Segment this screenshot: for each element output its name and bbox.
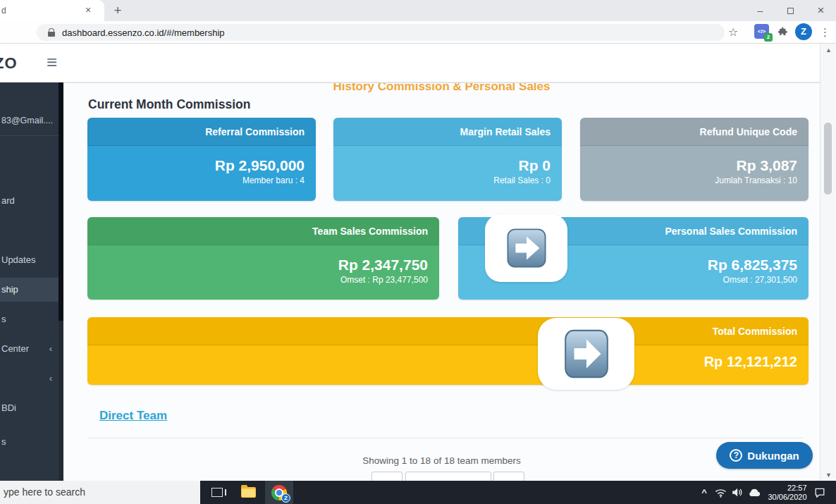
support-button[interactable]: ? Dukungan xyxy=(716,442,813,469)
profile-avatar[interactable]: Z xyxy=(795,23,812,40)
tray-expand-button[interactable]: ^ xyxy=(696,481,712,504)
card-referral-commission: Referral Commission Rp 2,950,000 Member … xyxy=(87,118,316,201)
arrow-right-emoji-sticker xyxy=(485,214,567,282)
scroll-down-icon[interactable]: ▼ xyxy=(820,472,836,479)
onedrive-cloud-icon[interactable] xyxy=(745,481,763,504)
extensions-puzzle-icon[interactable] xyxy=(777,25,789,38)
card-refund-unique-code: Refund Unique Code Rp 3,087 Jumlah Trans… xyxy=(580,118,809,201)
question-mark-icon: ? xyxy=(730,449,742,462)
card-title: Referral Commission xyxy=(87,118,316,146)
card-team-sales-commission: Team Sales Commission Rp 2,347,750 Omset… xyxy=(87,217,439,300)
arrow-right-emoji-sticker xyxy=(538,318,634,390)
window-controls: – × xyxy=(745,0,836,21)
action-center-icon[interactable] xyxy=(809,481,830,504)
browser-tab[interactable]: d × xyxy=(0,0,104,21)
card-subtext: Jumlah Transaksi : 10 xyxy=(580,176,797,185)
chevron-left-icon: ‹ xyxy=(49,367,52,390)
pagination-previous-button[interactable] xyxy=(371,472,402,481)
extension-badge: 2 xyxy=(764,33,773,42)
sidebar-scrollbar[interactable] xyxy=(59,82,63,481)
card-margin-retail-sales: Margin Retail Sales Rp 0 Retail Sales : … xyxy=(333,118,562,201)
card-body: Rp 2,950,000 Member baru : 4 xyxy=(87,146,316,201)
taskbar: ype here to search Z ^ 22:57 30/06/2020 xyxy=(0,481,836,504)
sidebar-item-center[interactable]: Center ‹ xyxy=(0,338,59,360)
clock-date: 30/06/2020 xyxy=(768,493,806,502)
card-value: Rp 2,950,000 xyxy=(87,157,305,174)
sidebar-item-dashboard[interactable]: ard xyxy=(0,190,59,212)
card-title: Margin Retail Sales xyxy=(333,118,562,146)
sidebar-item-4[interactable]: s xyxy=(0,308,59,331)
divider xyxy=(87,438,803,438)
card-total-commission: Total Commission Rp 12,121,212 xyxy=(87,317,809,385)
chevron-left-icon: ‹ xyxy=(49,338,52,360)
page-title: History Commission & Personal Sales xyxy=(63,82,820,94)
card-body: Rp 12,121,212 xyxy=(87,345,809,385)
minimize-button[interactable]: – xyxy=(745,0,775,21)
sidebar-scrollbar-thumb[interactable] xyxy=(59,82,63,321)
sidebar-item-6[interactable]: ‹ xyxy=(0,367,59,390)
card-subtext: Retail Sales : 0 xyxy=(333,176,551,185)
taskbar-clock[interactable]: 22:57 30/06/2020 xyxy=(766,481,809,504)
hamburger-menu-icon[interactable]: ≡ xyxy=(47,51,57,73)
restore-icon xyxy=(787,8,794,14)
card-subtext: Member baru : 4 xyxy=(87,176,305,185)
card-title: Team Sales Commission xyxy=(87,217,439,245)
card-subtext: Omset : Rp 23,477,500 xyxy=(87,275,428,285)
sidebar-item-updates[interactable]: Updates xyxy=(0,249,59,271)
browser-tabstrip: d × + – × xyxy=(0,0,836,21)
card-body: Rp 3,087 Jumlah Transaksi : 10 xyxy=(580,146,809,201)
app-header: ZO ≡ xyxy=(0,44,836,82)
url-text: dashboard.essenzo.co.id/#/membership xyxy=(62,27,225,38)
wifi-icon[interactable] xyxy=(713,481,729,504)
page-scrollbar[interactable]: ▲ ▼ xyxy=(820,44,836,481)
new-tab-button[interactable]: + xyxy=(109,2,127,20)
browser-menu-icon[interactable]: ⋮ xyxy=(820,24,830,40)
sidebar-item-bdi[interactable]: BDi xyxy=(0,397,59,419)
tab-close-icon[interactable]: × xyxy=(82,4,94,17)
browser-toolbar: dashboard.essenzo.co.id/#/membership ☆ <… xyxy=(0,21,836,44)
support-button-label: Dukungan xyxy=(747,450,799,462)
file-explorer-button[interactable] xyxy=(234,481,262,504)
address-bar[interactable]: dashboard.essenzo.co.id/#/membership xyxy=(37,24,725,41)
chrome-profile-badge: Z xyxy=(281,493,290,503)
direct-team-link[interactable]: Direct Team xyxy=(99,409,167,423)
card-title: Refund Unique Code xyxy=(580,118,809,146)
chrome-taskbar-button[interactable]: Z xyxy=(265,481,293,504)
showing-count-text: Showing 1 to 18 of 18 team members xyxy=(63,455,820,466)
card-value: Rp 3,087 xyxy=(580,157,797,174)
arrow-right-icon xyxy=(560,325,613,383)
extension-icon[interactable]: </> 2 xyxy=(754,24,769,39)
scroll-up-icon[interactable]: ▲ xyxy=(820,47,836,54)
bookmark-star-icon[interactable]: ☆ xyxy=(728,25,738,39)
close-button[interactable]: × xyxy=(806,0,836,21)
sidebar-item-label: Center xyxy=(1,343,29,354)
page-scrollbar-thumb[interactable] xyxy=(824,123,832,195)
sidebar-item-membership[interactable]: ship xyxy=(0,278,59,302)
essenzo-logo: ZO xyxy=(0,54,18,73)
card-body: Rp 2,347,750 Omset : Rp 23,477,500 xyxy=(87,245,439,300)
card-title: Total Commission xyxy=(87,317,809,345)
task-view-icon xyxy=(211,488,223,497)
card-value: Rp 12,121,212 xyxy=(87,354,797,370)
folder-icon xyxy=(241,487,256,498)
sidebar-item-8[interactable]: s xyxy=(0,431,59,453)
sidebar: 83@Gmail.... ard Updates ship s Center ‹… xyxy=(0,82,63,481)
tab-title: d xyxy=(1,6,6,16)
pagination-pages[interactable] xyxy=(405,472,491,481)
pagination-next-button[interactable] xyxy=(493,472,524,481)
volume-icon[interactable] xyxy=(729,481,745,504)
card-value: Rp 2,347,750 xyxy=(87,257,428,273)
card-value: Rp 0 xyxy=(333,157,551,174)
clock-time: 22:57 xyxy=(768,484,806,493)
main-content: History Commission & Personal Sales Curr… xyxy=(63,82,820,481)
section-title: Current Month Commission xyxy=(88,97,250,112)
task-view-button[interactable] xyxy=(203,481,231,504)
screen: d × + – × dashboard.essenzo.co.id/#/memb… xyxy=(0,0,836,504)
card-body: Rp 0 Retail Sales : 0 xyxy=(333,146,562,201)
arrow-right-icon xyxy=(503,225,550,271)
sidebar-item-account[interactable]: 83@Gmail.... xyxy=(0,108,59,136)
lock-icon xyxy=(48,28,55,37)
caret-up-icon: ^ xyxy=(701,487,707,498)
restore-button[interactable] xyxy=(775,0,806,21)
taskbar-search-box[interactable]: ype here to search xyxy=(0,481,200,504)
